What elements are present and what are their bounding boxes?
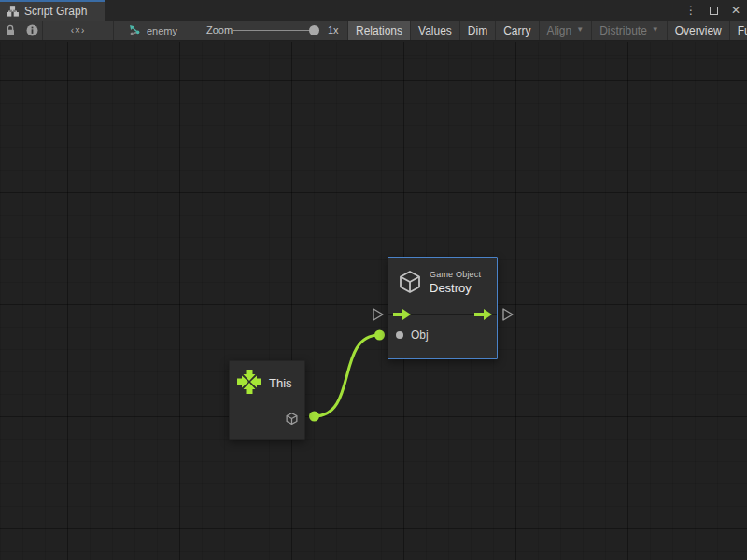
code-view-icon: ‹×› (71, 25, 86, 35)
overview-button[interactable]: Overview (667, 21, 729, 40)
node-this[interactable]: This (229, 360, 305, 440)
tab-title: Script Graph (24, 5, 87, 18)
distribute-dropdown[interactable]: Distribute ▼ (591, 21, 667, 40)
zoom-slider-track[interactable] (233, 30, 319, 31)
node-title: Destroy (430, 281, 472, 295)
chevron-down-icon: ▼ (652, 25, 659, 34)
dim-button[interactable]: Dim (459, 21, 495, 40)
node-destroy[interactable]: Game Object Destroy Obj (388, 257, 498, 359)
info-icon (26, 24, 38, 36)
chevron-down-icon: ▼ (576, 25, 584, 34)
tab-bar: Script Graph ⋮ ✕ (0, 0, 747, 21)
breadcrumb[interactable]: enemy (129, 21, 177, 40)
control-input-arrow-icon[interactable] (393, 309, 411, 320)
lock-icon (5, 24, 16, 36)
obj-value-port[interactable] (396, 331, 403, 339)
this-converge-icon (236, 369, 262, 395)
close-icon[interactable]: ✕ (728, 3, 743, 18)
relations-button[interactable]: Relations (347, 21, 410, 40)
breadcrumb-label: enemy (147, 25, 177, 36)
control-output-arrow-icon[interactable] (474, 309, 492, 320)
node-title: This (269, 376, 292, 390)
window-menu-icon[interactable]: ⋮ (684, 3, 698, 18)
window-controls: ⋮ ✕ (684, 0, 743, 21)
lock-button[interactable] (0, 21, 21, 40)
code-view-button[interactable]: ‹×› (43, 21, 114, 40)
game-object-output-port-icon[interactable] (285, 412, 299, 426)
script-graph-asset-icon (129, 24, 142, 36)
zoom-slider-handle[interactable] (309, 25, 319, 35)
zoom-value: 1x (328, 24, 339, 35)
graph-toolbar: ‹×› enemy Zoom 1x Relations Val (0, 21, 747, 41)
zoom-label: Zoom (206, 24, 233, 35)
tab-script-graph[interactable]: Script Graph (0, 0, 105, 21)
graph-canvas[interactable] (0, 42, 747, 560)
node-category: Game Object (430, 270, 481, 279)
control-input-port-triangle[interactable] (372, 307, 385, 322)
obj-port-label: Obj (411, 329, 429, 342)
control-output-port-triangle[interactable] (501, 307, 514, 322)
graph-hierarchy-icon (7, 6, 19, 17)
maximize-icon[interactable] (706, 3, 721, 18)
fullscreen-button[interactable]: Full Screen (729, 21, 747, 40)
info-button[interactable] (21, 21, 43, 40)
align-dropdown[interactable]: Align ▼ (539, 21, 592, 40)
game-object-cube-icon (397, 269, 423, 295)
carry-button[interactable]: Carry (495, 21, 538, 40)
script-graph-window: Script Graph ⋮ ✕ ‹×› (0, 0, 747, 560)
toolbar-buttons: Relations Values Dim Carry Align ▼ Distr… (347, 21, 747, 40)
values-button[interactable]: Values (410, 21, 459, 40)
